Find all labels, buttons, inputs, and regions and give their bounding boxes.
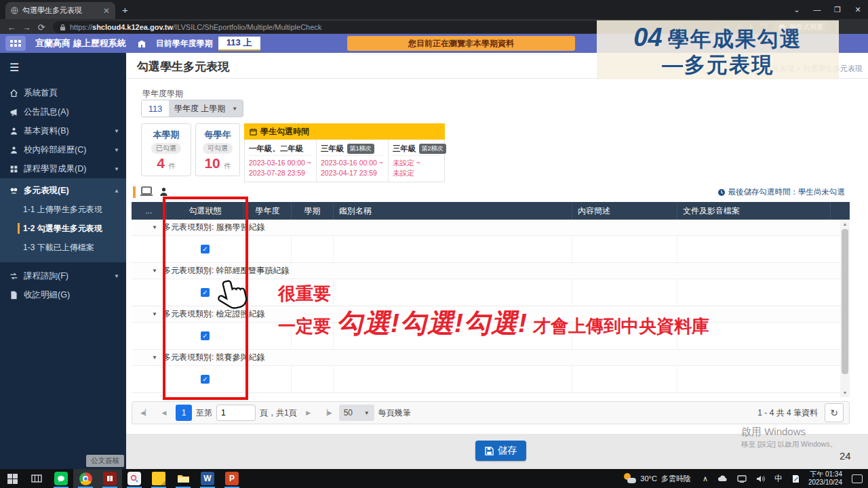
- clock-icon: [717, 188, 726, 197]
- forward-icon[interactable]: →: [19, 22, 34, 33]
- slide-page-number: 24: [840, 450, 851, 462]
- current-term-label: 目前學年度學期: [156, 38, 213, 49]
- student-view-icon[interactable]: [159, 186, 169, 197]
- sidebar-item-course-consult[interactable]: 課程諮詢(F) ▼: [0, 266, 126, 285]
- next-page-icon[interactable]: ▶: [301, 405, 316, 420]
- sticky-notes-icon[interactable]: [146, 469, 171, 488]
- person-badge-icon: [9, 146, 18, 155]
- tab-close-icon[interactable]: ✕: [103, 6, 110, 16]
- sidebar-expanded-section: 多元表現(E) ▲ 1-1 上傳學生多元表現 1-2 勾選學生多元表現 1-3 …: [0, 178, 126, 262]
- chrome-icon[interactable]: [73, 469, 98, 488]
- notepad-tray-icon[interactable]: [792, 474, 800, 483]
- lock-icon: [60, 24, 66, 31]
- calendar-icon: [250, 128, 257, 136]
- megaphone-icon: [9, 108, 18, 117]
- onedrive-cloud-icon[interactable]: [717, 475, 728, 482]
- chevron-down-icon: ▼: [364, 410, 370, 416]
- tray-expand-icon[interactable]: ∧: [703, 474, 708, 483]
- collapse-caret-icon[interactable]: ▼: [152, 311, 157, 317]
- last-page-icon[interactable]: ▕▶: [320, 405, 335, 420]
- sidebar-subitem-upload[interactable]: 1-1 上傳學生多元表現: [0, 200, 126, 219]
- semester-select[interactable]: 學年度 上學期 ▼: [169, 100, 243, 117]
- save-button[interactable]: 儲存: [475, 441, 526, 461]
- chevron-down-icon: ▼: [114, 128, 119, 134]
- browser-tab[interactable]: 勾選學生多元表現 ✕: [5, 2, 115, 19]
- notification-center-icon[interactable]: [852, 474, 863, 483]
- person-icon: [9, 127, 18, 136]
- sidebar-item-receipt-detail[interactable]: 收訖明細(G): [0, 285, 126, 304]
- window-profile-icon[interactable]: ⌄: [787, 0, 807, 19]
- window-minimize-button[interactable]: —: [807, 0, 827, 19]
- taskbar-tooltip: 公文簽核: [86, 455, 124, 467]
- page-title: 勾選學生多元表現: [137, 59, 229, 75]
- sidebar-subitem-download[interactable]: 1-3 下載已上傳檔案: [0, 238, 126, 257]
- sidebar-item-course-results[interactable]: 課程學習成果(D) ▼: [0, 159, 126, 178]
- schedule-col-grade12: 一年級、二年級 2023-03-16 00:00 ~2023-07-28 23:…: [245, 140, 317, 182]
- line-app-icon[interactable]: [49, 469, 73, 488]
- laptop-view-icon[interactable]: [140, 186, 153, 197]
- ebook-app-icon[interactable]: [98, 469, 122, 488]
- pink-app-icon[interactable]: [122, 469, 146, 488]
- scroll-down-icon[interactable]: ▼: [840, 388, 850, 397]
- sidebar-subitem-check[interactable]: 1-2 勾選學生多元表現: [0, 219, 126, 238]
- ime-indicator[interactable]: 中: [774, 473, 783, 485]
- file-explorer-icon[interactable]: [171, 469, 195, 488]
- window-close-button[interactable]: ✕: [848, 0, 868, 19]
- hamburger-icon[interactable]: ☰: [9, 61, 126, 74]
- performance-icon: [9, 186, 18, 195]
- refresh-icon[interactable]: ↻: [825, 403, 844, 422]
- card-this-semester: 本學期 已勾選 4 件: [141, 123, 191, 176]
- scrollbar-thumb[interactable]: [842, 229, 848, 374]
- collapse-caret-icon[interactable]: ▼: [152, 224, 157, 230]
- records-summary: 1 - 4 共 4 筆資料: [757, 407, 818, 419]
- schedule-col-grade3-p1: 三年級第1梯次 2023-03-16 00:00 ~2023-04-17 23:…: [317, 140, 389, 182]
- window-restore-button[interactable]: ❐: [827, 0, 848, 19]
- chevron-down-icon: ▼: [114, 166, 119, 172]
- weather-widget[interactable]: 30°C 多雲時陰: [624, 473, 691, 484]
- sidebar-item-diverse-performance[interactable]: 多元表現(E) ▲: [0, 181, 126, 200]
- reload-icon[interactable]: ⟳: [34, 22, 49, 33]
- start-button[interactable]: [0, 469, 24, 488]
- sidebar-item-announcements[interactable]: 公告訊息(A): [0, 102, 126, 121]
- first-page-icon[interactable]: ◀▏: [138, 405, 153, 420]
- weather-icon: [624, 473, 636, 484]
- tutorial-title-overlay: 04學年成果勾選 —多元表現: [597, 20, 839, 79]
- word-icon[interactable]: W: [195, 469, 220, 488]
- current-page-button[interactable]: 1: [176, 405, 192, 421]
- network-icon[interactable]: [737, 475, 747, 483]
- new-tab-button[interactable]: +: [122, 4, 128, 16]
- page-size-label: 每頁幾筆: [378, 407, 411, 419]
- taskbar-clock[interactable]: 下午 01:34 2023/10/24: [808, 470, 842, 487]
- sidebar: ☰ 系統首頁 公告訊息(A) 基本資料(B) ▼ 校內幹部經歷(C) ▼ 課程學…: [0, 53, 126, 469]
- app-title: 宜蘭高商 線上歷程系統: [35, 37, 126, 49]
- table-scrollbar[interactable]: ▲ ▼: [840, 220, 850, 397]
- active-view-indicator: [133, 186, 136, 198]
- task-view-icon[interactable]: [24, 469, 49, 488]
- prev-page-icon[interactable]: ◀: [157, 405, 172, 420]
- goto-page-input[interactable]: [216, 405, 256, 421]
- chevron-down-icon: ▼: [114, 147, 119, 153]
- windows-taskbar: W P 30°C 多雲時陰 ∧ 中 下午 01:34 2023/10/24: [0, 469, 868, 488]
- back-icon[interactable]: ←: [4, 22, 19, 33]
- weather-desc: 多雲時陰: [661, 474, 691, 484]
- exchange-icon: [9, 272, 18, 281]
- school-icon: [137, 39, 146, 48]
- volume-icon[interactable]: [756, 475, 765, 483]
- sidebar-item-basic-info[interactable]: 基本資料(B) ▼: [0, 121, 126, 140]
- term-form-label: 學年度學期: [142, 88, 183, 100]
- collapse-caret-icon[interactable]: ▼: [152, 354, 157, 361]
- scroll-up-icon[interactable]: ▲: [840, 220, 850, 228]
- current-term-value[interactable]: 113 上: [218, 37, 260, 51]
- annotation-important: 很重要: [278, 282, 331, 306]
- year-input[interactable]: 113: [142, 100, 169, 117]
- sidebar-item-cadre-experience[interactable]: 校內幹部經歷(C) ▼: [0, 140, 126, 159]
- chevron-down-icon: ▼: [114, 273, 119, 279]
- modules-icon: [9, 165, 18, 174]
- sidebar-item-home[interactable]: 系統首頁: [0, 83, 126, 102]
- page-size-select[interactable]: 50 ▼: [339, 405, 374, 421]
- schedule-col-grade3-p2: 三年級第2梯次 未設定 ~未設定: [389, 140, 444, 182]
- apps-grid-icon[interactable]: [5, 36, 26, 51]
- powerpoint-icon[interactable]: P: [220, 469, 244, 488]
- collapse-caret-icon[interactable]: ▼: [152, 268, 157, 274]
- status-badge: 可勾選: [203, 143, 233, 154]
